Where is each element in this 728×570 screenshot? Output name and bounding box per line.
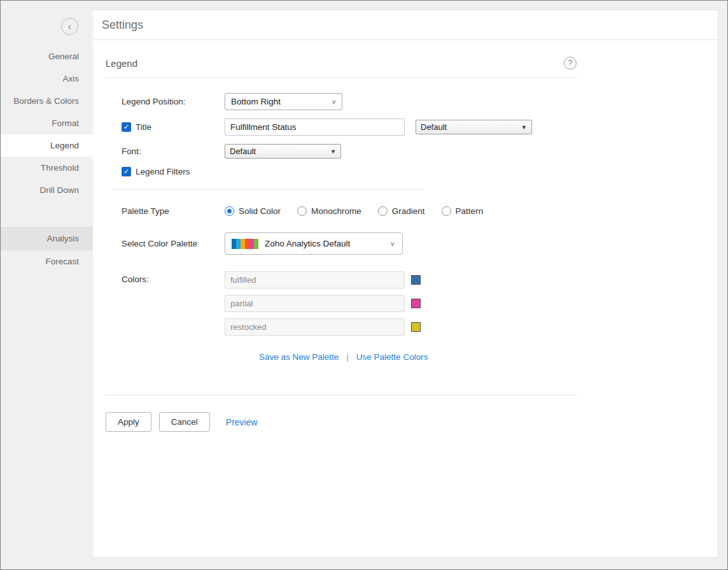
font-label: Font: [106, 146, 225, 156]
legend-position-label: Legend Position: [106, 97, 225, 106]
sidebar-item-borders-colors[interactable]: Borders & Colors [1, 90, 93, 112]
legend-filters-row: ✓ Legend Filters [106, 167, 718, 176]
legend-section-title: Legend [106, 58, 137, 69]
radio-label: Pattern [456, 206, 484, 216]
radio-label: Solid Color [239, 206, 281, 216]
legend-section-head: Legend ? [106, 57, 577, 69]
legend-title-input[interactable] [225, 118, 405, 136]
chevron-down-icon: ˅ [391, 240, 395, 248]
preview-link[interactable]: Preview [226, 417, 258, 427]
colors-label: Colors: [106, 271, 225, 284]
check-icon: ✓ [123, 123, 129, 131]
color-row-partial [225, 295, 421, 312]
sidebar-item-forecast[interactable]: Forecast [1, 250, 93, 273]
dropdown-arrow-icon: ▼ [330, 148, 336, 155]
settings-header: Settings [93, 10, 718, 40]
color-row-restocked [225, 318, 421, 336]
color-swatch-partial[interactable] [411, 299, 421, 308]
footer-actions: Apply Cancel Preview [106, 412, 718, 432]
title-checkbox[interactable]: ✓ [122, 122, 131, 132]
sidebar-nav: General Axis Borders & Colors Format Leg… [1, 45, 93, 273]
legend-position-row: Legend Position: Bottom Right ˅ [106, 93, 718, 110]
radio-pattern[interactable]: Pattern [442, 206, 484, 216]
selected-palette-name: Zoho Analytics Default [265, 239, 384, 248]
sidebar-item-analysis[interactable]: Analysis [1, 227, 93, 250]
page-title: Settings [102, 18, 143, 32]
sidebar-item-format[interactable]: Format [1, 112, 93, 134]
color-swatch-fulfilled[interactable] [411, 275, 421, 285]
color-name-input[interactable] [225, 318, 405, 336]
color-palette-select[interactable]: Zoho Analytics Default ˅ [225, 232, 403, 255]
section-divider-bottom [106, 395, 577, 395]
cancel-button[interactable]: Cancel [159, 412, 210, 432]
palette-type-options: Solid Color Monochrome Gradient Pattern [225, 206, 483, 216]
radio-icon [297, 206, 307, 216]
dropdown-arrow-icon: ▼ [521, 124, 527, 131]
sidebar: ‹ General Axis Borders & Colors Format L… [1, 1, 93, 569]
palette-swatch [245, 239, 249, 249]
palette-swatch [241, 239, 245, 249]
legend-filters-label-cell: ✓ Legend Filters [106, 167, 190, 176]
section-divider-middle [112, 189, 424, 190]
back-button[interactable]: ‹ [61, 18, 78, 35]
palette-type-label: Palette Type [106, 206, 225, 216]
sidebar-item-legend[interactable]: Legend [1, 134, 93, 157]
radio-label: Gradient [392, 206, 425, 216]
help-icon[interactable]: ? [564, 57, 577, 69]
settings-window: ‹ General Axis Borders & Colors Format L… [0, 0, 728, 570]
sidebar-item-axis[interactable]: Axis [1, 68, 93, 90]
palette-swatch [254, 239, 258, 249]
palette-swatch [236, 239, 241, 249]
legend-title-label: Title [136, 122, 151, 132]
settings-panel: Settings Legend ? Legend Position: Botto… [93, 10, 718, 558]
back-chevron-icon: ‹ [68, 21, 71, 32]
save-as-new-palette-link[interactable]: Save as New Palette [259, 352, 339, 362]
legend-filters-label: Legend Filters [136, 167, 190, 176]
apply-button[interactable]: Apply [106, 412, 151, 432]
title-font-select[interactable]: Default ▼ [416, 120, 532, 134]
legend-title-row: ✓ Title Default ▼ [106, 118, 718, 136]
font-value: Default [230, 146, 256, 156]
color-swatch-restocked[interactable] [411, 322, 421, 332]
legend-title-label-cell: ✓ Title [106, 122, 225, 132]
palette-type-row: Palette Type Solid Color Monochrome Grad… [106, 206, 718, 216]
legend-position-value: Bottom Right [231, 97, 281, 106]
radio-icon [225, 206, 234, 216]
color-row-fulfilled [225, 271, 421, 289]
radio-icon [442, 206, 451, 216]
use-palette-colors-link[interactable]: Use Palette Colors [356, 352, 428, 362]
chevron-down-icon: ˅ [332, 98, 336, 106]
colors-row: Colors: [106, 271, 718, 336]
font-select[interactable]: Default ▼ [225, 144, 341, 159]
link-separator: | [346, 352, 349, 362]
palette-swatch-strip [232, 239, 258, 249]
color-inputs-list [225, 271, 421, 336]
check-icon: ✓ [123, 167, 129, 176]
color-name-input[interactable] [225, 295, 405, 312]
sidebar-item-drill-down[interactable]: Drill Down [1, 179, 93, 201]
legend-settings-content: Legend ? Legend Position: Bottom Right ˅… [93, 40, 718, 432]
color-name-input[interactable] [225, 271, 405, 289]
radio-icon [378, 206, 388, 216]
font-row: Font: Default ▼ [106, 144, 718, 159]
palette-links-row: Save as New Palette | Use Palette Colors [259, 352, 718, 362]
select-palette-label: Select Color Palette [106, 239, 225, 248]
title-font-value: Default [421, 122, 447, 132]
sidebar-item-threshold[interactable]: Threshold [1, 157, 93, 179]
radio-gradient[interactable]: Gradient [378, 206, 425, 216]
radio-solid-color[interactable]: Solid Color [225, 206, 281, 216]
palette-swatch [249, 239, 254, 249]
legend-filters-checkbox[interactable]: ✓ [122, 167, 131, 176]
section-divider-top [106, 77, 577, 78]
radio-label: Monochrome [311, 206, 361, 216]
sidebar-item-general[interactable]: General [1, 45, 93, 68]
radio-monochrome[interactable]: Monochrome [297, 206, 361, 216]
palette-swatch [232, 239, 236, 249]
select-palette-row: Select Color Palette Zoho Analytics Defa… [106, 232, 718, 255]
legend-position-select[interactable]: Bottom Right ˅ [225, 93, 342, 110]
